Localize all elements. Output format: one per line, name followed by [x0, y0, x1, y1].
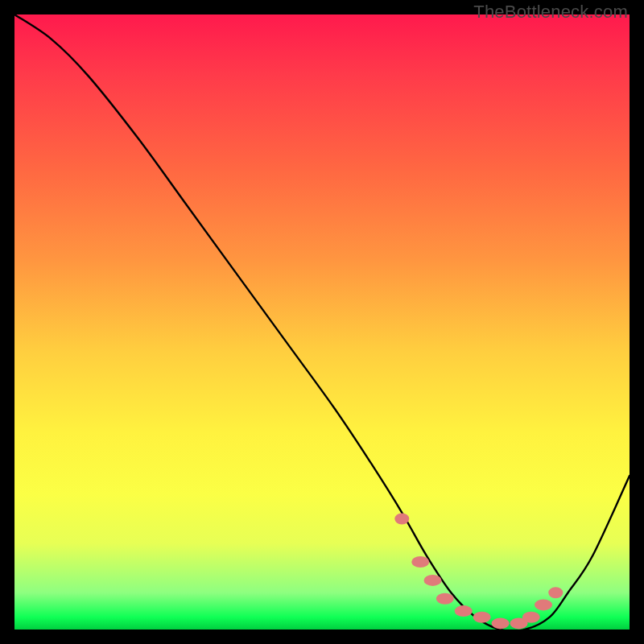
optimal-dot	[394, 514, 409, 525]
bottleneck-curve	[14, 14, 630, 630]
optimal-dot	[436, 593, 454, 605]
optimal-dots-group	[394, 514, 563, 630]
chart-frame: TheBottleneck.com	[0, 0, 644, 644]
optimal-dot	[455, 605, 473, 617]
curve-layer	[14, 14, 630, 630]
optimal-dot	[424, 575, 442, 586]
optimal-dot	[411, 556, 429, 568]
optimal-dot	[473, 612, 491, 623]
watermark-text: TheBottleneck.com	[473, 2, 628, 23]
optimal-dot	[548, 587, 563, 598]
plot-area	[14, 14, 630, 630]
optimal-dot	[535, 599, 552, 610]
optimal-dot	[492, 617, 510, 629]
optimal-dot	[522, 612, 540, 623]
